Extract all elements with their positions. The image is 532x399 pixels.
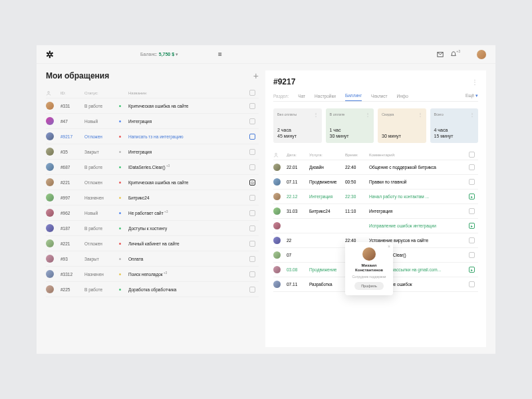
- mail-icon[interactable]: [437, 51, 444, 58]
- menu-icon[interactable]: ≡: [218, 51, 222, 58]
- ticket-row[interactable]: #3312 Назначен Поиск неполадок+3: [46, 267, 259, 282]
- popover-avatar: [362, 247, 376, 261]
- activity-row[interactable]: 22.01Дизайн22:40Общение с поддержкой бит…: [273, 160, 478, 175]
- svg-point-1: [48, 91, 50, 93]
- ticket-row[interactable]: #221 Отложен Критическая ошибка на сайте…: [46, 175, 259, 190]
- checkbox-icon[interactable]: [249, 271, 255, 277]
- checkbox-icon[interactable]: ▸: [469, 223, 475, 229]
- ticket-row[interactable]: #187 В работе Доступы к хостингу: [46, 221, 259, 236]
- detail-panel: #9217 ⋮ Раздел: ЧатНастройкиБиллингЧекли…: [265, 70, 486, 347]
- ticket-row[interactable]: #221 Отложен Личный кабинет на сайте: [46, 236, 259, 251]
- activity-row[interactable]: 07.11Продвижение00:50Правки по главной: [273, 175, 478, 190]
- tab-Биллинг[interactable]: Биллинг: [345, 93, 362, 101]
- ticket-row[interactable]: #9217 Отложен Написать тз на интеграцию: [46, 129, 259, 144]
- ticket-row[interactable]: #331 В работе Критическая ошибка на сайт…: [46, 98, 259, 114]
- checkbox-icon[interactable]: [249, 287, 255, 293]
- ticket-row[interactable]: #225 В работе Доработка обработчика: [46, 282, 259, 297]
- checkbox-icon[interactable]: [249, 256, 255, 262]
- tab-Настройки[interactable]: Настройки: [315, 94, 336, 101]
- add-ticket-button[interactable]: +: [253, 70, 259, 81]
- bell-icon[interactable]: +3: [450, 51, 457, 58]
- checkbox-icon[interactable]: [249, 118, 255, 124]
- time-cards: Без оплаты⋮2 часа45 минутВ оплате⋮1 час3…: [273, 108, 478, 143]
- checkbox-icon[interactable]: [469, 252, 475, 258]
- user-avatar[interactable]: [477, 50, 486, 59]
- ticket-row[interactable]: #687 В работе IDataSeries.Clear()+3: [46, 160, 259, 175]
- popover-role: Сотрудник поддержки: [352, 275, 386, 279]
- time-card: Всего⋮4 часа15 минут: [430, 108, 479, 143]
- checkbox-icon[interactable]: [469, 164, 475, 170]
- ticket-row[interactable]: #47 Новый Интеграция: [46, 114, 259, 129]
- more-icon[interactable]: ⋮: [471, 78, 478, 86]
- checkbox-icon[interactable]: ▸: [469, 267, 475, 273]
- checkbox-icon[interactable]: [249, 210, 255, 216]
- checkbox-icon[interactable]: [249, 195, 255, 201]
- tabs: Раздел: ЧатНастройкиБиллингЧеклистИнфо Е…: [273, 93, 478, 102]
- ticket-id-title: #9217: [273, 77, 295, 86]
- header-checkbox-icon: [249, 90, 255, 96]
- topbar: ✲ Баланс: 5,750 $ ▾ ≡ +3: [37, 45, 495, 64]
- time-card: Скидка⋮30 минут: [378, 108, 426, 143]
- ticket-row[interactable]: #35 Закрыт Интеграция: [46, 144, 259, 160]
- activity-header: Дата: Услуга: Время: Комментарий:: [273, 150, 478, 160]
- checkbox-icon[interactable]: [249, 103, 255, 109]
- tabs-label: Раздел:: [273, 94, 289, 101]
- ticket-row[interactable]: #93 Закрыт Оплата: [46, 251, 259, 267]
- tickets-header: ID: Статус: Название:: [46, 88, 259, 98]
- checkbox-icon[interactable]: [249, 164, 255, 170]
- time-card: Без оплаты⋮2 часа45 минут: [273, 108, 322, 143]
- tab-Инфо[interactable]: Инфо: [397, 94, 408, 101]
- time-card: В оплате⋮1 час30 минут: [326, 108, 374, 143]
- header-checkbox-icon: [469, 152, 475, 158]
- checkbox-icon[interactable]: [249, 134, 255, 140]
- checkbox-icon[interactable]: [249, 149, 255, 155]
- checkbox-icon[interactable]: [469, 208, 475, 214]
- activity-row[interactable]: Исправление ошибок интеграции ▸: [273, 219, 478, 233]
- popover-name: МихаилКонстантинов: [355, 263, 383, 273]
- checkbox-icon[interactable]: ⊙: [249, 180, 255, 186]
- ticket-row[interactable]: #962 Новый Не работает сайт+3: [46, 205, 259, 221]
- profile-button[interactable]: Профиль: [354, 282, 384, 290]
- checkbox-icon[interactable]: ▸: [469, 194, 475, 200]
- checkbox-icon[interactable]: [249, 241, 255, 247]
- activity-row[interactable]: 22.12Интеграция22:30Начал работу по конт…: [273, 190, 478, 204]
- tab-Чеклист[interactable]: Чеклист: [371, 94, 388, 101]
- balance: Баланс: 5,750 $ ▾: [140, 52, 178, 57]
- ticket-row[interactable]: #997 Назначен Битрикс24: [46, 190, 259, 205]
- logo: ✲: [46, 49, 54, 60]
- tab-Чат[interactable]: Чат: [298, 94, 305, 101]
- close-icon[interactable]: ×: [388, 244, 390, 249]
- svg-point-2: [275, 153, 277, 155]
- checkbox-icon[interactable]: [249, 225, 255, 231]
- checkbox-icon[interactable]: [469, 237, 475, 243]
- tickets-title: Мои обращения: [46, 71, 109, 80]
- checkbox-icon[interactable]: [469, 179, 475, 185]
- user-popover: × МихаилКонстантинов Сотрудник поддержки…: [345, 242, 393, 295]
- tab-more[interactable]: Ещё ▾: [466, 93, 478, 101]
- tickets-panel: Мои обращения + ID: Статус: Название: #3…: [46, 70, 259, 347]
- activity-row[interactable]: 31.03Битрикс2411:10Интеграция: [273, 204, 478, 219]
- checkbox-icon[interactable]: [469, 281, 475, 287]
